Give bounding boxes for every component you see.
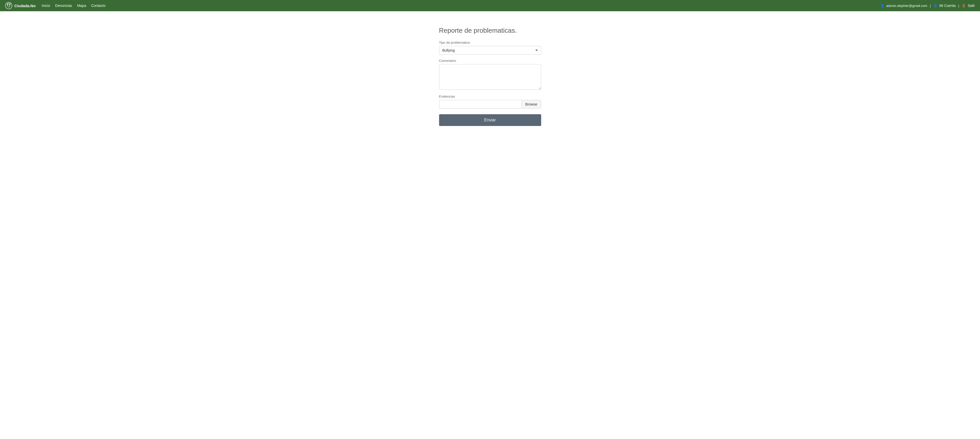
nav-denuncias[interactable]: Denuncias xyxy=(55,3,72,8)
nav-links: Inicio Denuncias Mapa Contacto xyxy=(41,3,105,8)
evidence-group: Evidencias Browse xyxy=(439,94,541,109)
nav-mapa[interactable]: Mapa xyxy=(77,3,86,8)
navbar: Ciudada.No Inicio Denuncias Mapa Contact… xyxy=(0,0,980,11)
comment-textarea[interactable] xyxy=(439,64,541,90)
logout-link[interactable]: Salir xyxy=(968,3,975,8)
form-container: Reporte de problematicas. Tipo de proble… xyxy=(439,27,541,126)
logout-icon xyxy=(962,4,966,8)
navbar-left: Ciudada.No Inicio Denuncias Mapa Contact… xyxy=(5,2,105,9)
file-text-input[interactable] xyxy=(439,100,522,109)
separator-2: | xyxy=(958,4,959,8)
problem-type-label: Tipo de problematica xyxy=(439,41,541,45)
page-title: Reporte de problematicas. xyxy=(439,27,541,35)
mi-cuenta-link[interactable]: Mi Cuenta xyxy=(939,3,956,8)
brand[interactable]: Ciudada.No xyxy=(5,2,35,9)
navbar-right: adonis.stephler@gmail.com | Mi Cuenta | … xyxy=(880,3,975,8)
user-email: adonis.stephler@gmail.com xyxy=(886,4,928,8)
problem-type-select[interactable]: Bullying Robo Vandalismo Acoso Otro xyxy=(439,46,541,55)
nav-contacto[interactable]: Contacto xyxy=(91,3,105,8)
separator-1: | xyxy=(930,4,931,8)
main-content: Reporte de problematicas. Tipo de proble… xyxy=(0,11,980,141)
evidence-label: Evidencias xyxy=(439,94,541,98)
problem-type-group: Tipo de problematica Bullying Robo Vanda… xyxy=(439,41,541,55)
nav-inicio[interactable]: Inicio xyxy=(41,3,50,8)
file-input-wrapper: Browse xyxy=(439,100,541,109)
comment-label: Comentario xyxy=(439,59,541,62)
submit-button[interactable]: Enviar xyxy=(439,114,541,126)
browse-button[interactable]: Browse xyxy=(522,100,541,109)
brand-icon xyxy=(5,2,12,9)
svg-point-1 xyxy=(7,4,8,6)
user-icon xyxy=(880,4,885,8)
svg-point-2 xyxy=(9,4,11,6)
account-icon xyxy=(933,4,938,8)
brand-name: Ciudada.No xyxy=(14,3,35,8)
comment-group: Comentario xyxy=(439,59,541,91)
